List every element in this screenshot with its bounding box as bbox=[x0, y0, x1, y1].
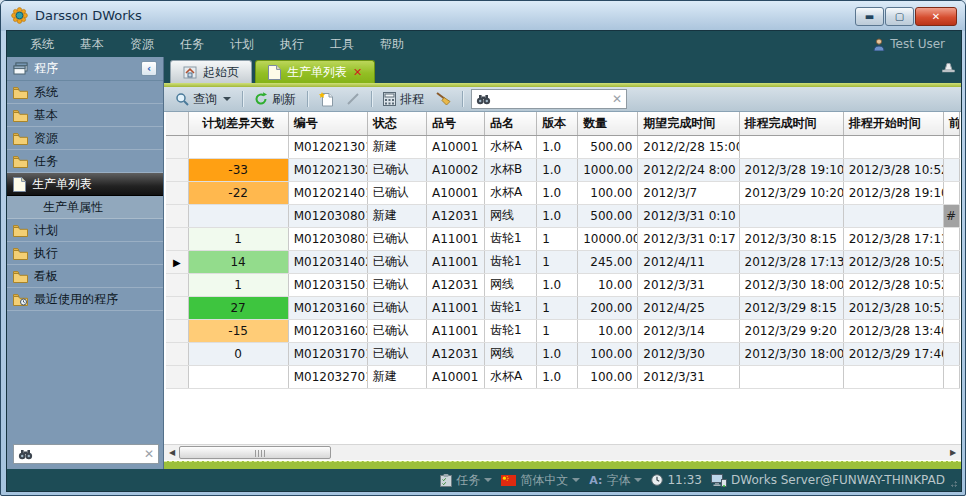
menu-item[interactable]: 帮助 bbox=[367, 31, 417, 57]
cell-status[interactable]: 已确认 bbox=[367, 273, 426, 296]
row-selector-cell[interactable] bbox=[166, 342, 188, 365]
tab-close-icon[interactable]: ✕ bbox=[353, 66, 362, 79]
cell-status[interactable]: 新建 bbox=[367, 135, 426, 158]
sidebar-item[interactable]: 执行 bbox=[7, 242, 163, 265]
cell-item_name[interactable]: 水杯A bbox=[485, 135, 537, 158]
scrollbar-thumb[interactable] bbox=[179, 446, 331, 459]
cell-sched_start[interactable] bbox=[843, 204, 943, 227]
cell-version[interactable]: 1.0 bbox=[537, 181, 578, 204]
table-row[interactable]: 1M012031501已确认A12031网线1.010.002012/3/312… bbox=[166, 273, 960, 296]
cell-extra[interactable] bbox=[943, 181, 959, 204]
cell-code[interactable]: M012021302 bbox=[288, 158, 367, 181]
resize-grip-icon[interactable] bbox=[950, 480, 958, 488]
cell-status[interactable]: 已确认 bbox=[367, 227, 426, 250]
row-selector-cell[interactable] bbox=[166, 227, 188, 250]
cell-extra[interactable] bbox=[943, 342, 959, 365]
refresh-button[interactable]: 刷新 bbox=[251, 89, 299, 110]
cell-sched_start[interactable]: 2012/3/28 10:52 bbox=[843, 296, 943, 319]
cell-diff[interactable]: 1 bbox=[188, 273, 288, 296]
cell-due[interactable]: 2012/4/11 bbox=[638, 250, 739, 273]
cell-due[interactable]: 2012/3/30 bbox=[638, 342, 739, 365]
column-header[interactable]: 状态 bbox=[367, 112, 426, 135]
cell-diff[interactable]: 27 bbox=[188, 296, 288, 319]
cell-item_no[interactable]: A12031 bbox=[426, 273, 484, 296]
cell-item_name[interactable]: 水杯B bbox=[485, 158, 537, 181]
cell-code[interactable]: M012031602 bbox=[288, 319, 367, 342]
cell-item_no[interactable]: A10001 bbox=[426, 365, 484, 388]
cell-extra[interactable] bbox=[943, 158, 959, 181]
cell-diff[interactable]: 1 bbox=[188, 227, 288, 250]
query-button[interactable]: 查询 bbox=[172, 89, 234, 110]
row-selector-cell[interactable] bbox=[166, 365, 188, 388]
horizontal-scrollbar[interactable]: ◀ ▶ bbox=[164, 444, 961, 460]
cell-sched_start[interactable]: 2012/3/29 17:46 bbox=[843, 342, 943, 365]
cell-status[interactable]: 新建 bbox=[367, 365, 426, 388]
menu-item[interactable]: 工具 bbox=[317, 31, 367, 57]
cell-qty[interactable]: 200.00 bbox=[578, 296, 638, 319]
minimize-button[interactable]: ▬ bbox=[855, 7, 884, 26]
table-row[interactable]: M012032701新建A10001水杯A1.0100.002012/3/31 bbox=[166, 365, 960, 388]
cell-version[interactable]: 1 bbox=[537, 319, 578, 342]
cell-version[interactable]: 1.0 bbox=[537, 273, 578, 296]
cell-code[interactable]: M012030802 bbox=[288, 227, 367, 250]
cell-code[interactable]: M012021301 bbox=[288, 135, 367, 158]
sidebar-search-clear-icon[interactable]: ✕ bbox=[144, 448, 154, 460]
column-header[interactable]: 前 bbox=[943, 112, 959, 135]
cell-due[interactable]: 2012/3/7 bbox=[638, 181, 739, 204]
cell-diff[interactable]: 14 bbox=[188, 250, 288, 273]
cell-sched_start[interactable]: 2012/3/28 10:52 bbox=[843, 250, 943, 273]
cell-qty[interactable]: 100.00 bbox=[578, 365, 638, 388]
sidebar-item[interactable]: 基本 bbox=[7, 104, 163, 127]
cell-diff[interactable]: -33 bbox=[188, 158, 288, 181]
cell-sched_end[interactable]: 2012/3/28 17:13 bbox=[739, 250, 843, 273]
table-row[interactable]: M012021301新建A10001水杯A1.0500.002012/2/28 … bbox=[166, 135, 960, 158]
cell-qty[interactable]: 10.00 bbox=[578, 273, 638, 296]
cell-status[interactable]: 已确认 bbox=[367, 250, 426, 273]
cell-qty[interactable]: 1000.00 bbox=[578, 158, 638, 181]
cell-due[interactable]: 2012/2/24 8:00 bbox=[638, 158, 739, 181]
cell-qty[interactable]: 245.00 bbox=[578, 250, 638, 273]
row-selector-cell[interactable]: ▶ bbox=[166, 250, 188, 273]
status-font-dropdown[interactable]: A: 字体 bbox=[589, 472, 642, 489]
cell-item_no[interactable]: A11001 bbox=[426, 250, 484, 273]
sidebar-collapse-button[interactable]: ‹ bbox=[141, 61, 157, 76]
menu-item[interactable]: 基本 bbox=[67, 31, 117, 57]
sidebar-item[interactable]: 看板 bbox=[7, 265, 163, 288]
row-selector-cell[interactable] bbox=[166, 319, 188, 342]
table-row[interactable]: ▶14M012031402已确认A11001齿轮11245.002012/4/1… bbox=[166, 250, 960, 273]
cell-diff[interactable]: 0 bbox=[188, 342, 288, 365]
menu-item[interactable]: 系统 bbox=[17, 31, 67, 57]
sidebar-item[interactable]: 生产单列表 bbox=[7, 173, 163, 196]
cell-qty[interactable]: 500.00 bbox=[578, 204, 638, 227]
new-document-button[interactable] bbox=[316, 90, 337, 109]
cell-sched_end[interactable] bbox=[739, 365, 843, 388]
table-row[interactable]: -22M012021401已确认A10001水杯A1.0100.002012/3… bbox=[166, 181, 960, 204]
cell-item_no[interactable]: A12031 bbox=[426, 342, 484, 365]
cell-diff[interactable]: -15 bbox=[188, 319, 288, 342]
cell-code[interactable]: M012031402 bbox=[288, 250, 367, 273]
menu-item[interactable]: 资源 bbox=[117, 31, 167, 57]
sidebar-item[interactable]: 任务 bbox=[7, 150, 163, 173]
query-dropdown-caret-icon[interactable] bbox=[223, 97, 231, 101]
sidebar-item[interactable]: 最近使用的程序 bbox=[7, 288, 163, 311]
cell-qty[interactable]: 100.00 bbox=[578, 181, 638, 204]
row-selector-cell[interactable] bbox=[166, 273, 188, 296]
cell-status[interactable]: 已确认 bbox=[367, 296, 426, 319]
cell-due[interactable]: 2012/3/31 0:17 bbox=[638, 227, 739, 250]
cell-qty[interactable]: 10.00 bbox=[578, 319, 638, 342]
cell-extra[interactable] bbox=[943, 227, 959, 250]
cell-extra[interactable] bbox=[943, 319, 959, 342]
cell-status[interactable]: 已确认 bbox=[367, 319, 426, 342]
cell-sched_start[interactable] bbox=[843, 365, 943, 388]
cell-sched_start[interactable] bbox=[843, 135, 943, 158]
cell-version[interactable]: 1 bbox=[537, 227, 578, 250]
row-selector-cell[interactable] bbox=[166, 204, 188, 227]
cell-diff[interactable] bbox=[188, 204, 288, 227]
cell-diff[interactable]: -22 bbox=[188, 181, 288, 204]
cell-extra[interactable] bbox=[943, 273, 959, 296]
cell-status[interactable]: 已确认 bbox=[367, 158, 426, 181]
cell-item_no[interactable]: A10001 bbox=[426, 135, 484, 158]
toolbar-search-clear-icon[interactable]: ✕ bbox=[612, 93, 622, 105]
cell-qty[interactable]: 10000.00 bbox=[578, 227, 638, 250]
cell-extra[interactable] bbox=[943, 250, 959, 273]
